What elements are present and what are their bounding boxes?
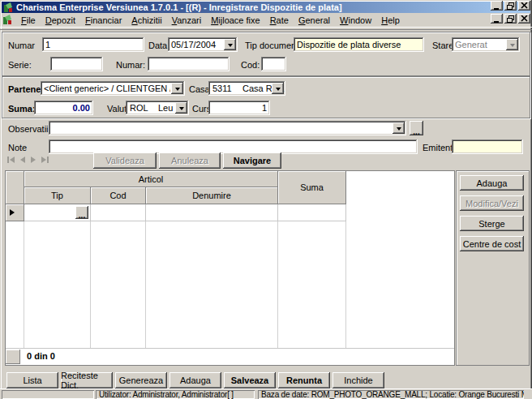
close-icon bbox=[521, 2, 528, 9]
mdi-window-controls bbox=[491, 14, 530, 24]
first-record-icon[interactable] bbox=[7, 157, 15, 163]
cod-label: Cod: bbox=[241, 60, 260, 70]
stare-dropdown-button bbox=[506, 39, 518, 50]
numar-input[interactable] bbox=[42, 37, 144, 52]
minimize-icon bbox=[493, 2, 500, 10]
serie-input[interactable] bbox=[50, 57, 103, 71]
previous-record-icon[interactable] bbox=[20, 157, 25, 163]
sterge-button[interactable]: Sterge bbox=[460, 216, 524, 231]
numar-doc-input[interactable] bbox=[148, 57, 230, 71]
numar-doc-label: Numar: bbox=[116, 60, 145, 70]
restore-icon bbox=[507, 15, 514, 23]
chevron-down-icon bbox=[228, 44, 233, 49]
observatii-more-button[interactable]: ... bbox=[410, 121, 423, 135]
cod-input[interactable] bbox=[261, 57, 286, 71]
grid-header-suma: Suma bbox=[278, 171, 346, 204]
anuleaza-button[interactable]: Anuleaza bbox=[159, 152, 221, 169]
grid-header-tip: Tip bbox=[24, 187, 91, 204]
partener-combo[interactable]: <Client generic> / CLIENTGEN / bbox=[41, 81, 185, 96]
stare-combo: Generat bbox=[452, 37, 520, 52]
grid-column-line bbox=[145, 221, 146, 349]
renunta-button[interactable]: Renunta bbox=[278, 372, 330, 388]
menu-rate[interactable]: Rate bbox=[265, 15, 294, 26]
serie-label: Serie: bbox=[8, 60, 32, 70]
grid-header-denumire: Denumire bbox=[146, 187, 278, 204]
navigare-button[interactable]: Navigare bbox=[223, 152, 281, 169]
genereaza-button[interactable]: Genereaza bbox=[115, 372, 167, 388]
menu-vanzari[interactable]: Vanzari bbox=[167, 15, 207, 26]
observatii-combo[interactable] bbox=[49, 121, 406, 135]
note-label: Note bbox=[8, 143, 27, 152]
menu-file[interactable]: File bbox=[16, 15, 41, 26]
menu-mijloace-fixe[interactable]: Mijloace fixe bbox=[206, 15, 265, 26]
minimize-button[interactable] bbox=[491, 1, 503, 11]
grid-cell-suma[interactable] bbox=[278, 204, 346, 221]
casa-code: 5311 bbox=[212, 84, 232, 93]
minimize-icon bbox=[493, 15, 500, 23]
menu-financiar[interactable]: Financiar bbox=[80, 15, 127, 26]
grid-header-cod: Cod bbox=[91, 187, 146, 204]
current-row-marker-icon bbox=[10, 209, 15, 216]
status-empty-panel bbox=[2, 390, 94, 399]
suma-input[interactable] bbox=[34, 101, 93, 115]
casa-combo[interactable]: 5311 Casa ROL bbox=[208, 81, 285, 96]
tip-lookup-button[interactable]: ... bbox=[75, 206, 88, 219]
mdi-restore-button[interactable] bbox=[504, 14, 517, 24]
menu-divider bbox=[0, 27, 532, 30]
tip-document-field[interactable] bbox=[294, 37, 424, 52]
valuta-code: ROL bbox=[130, 103, 148, 113]
menu-help[interactable]: Help bbox=[376, 15, 405, 26]
grid-actions-panel: Adauga Modifica/Vezi Sterge Centre de co… bbox=[456, 170, 530, 366]
centre-de-cost-button[interactable]: Centre de cost bbox=[460, 236, 524, 251]
menu-depozit[interactable]: Depozit bbox=[41, 15, 80, 26]
menu-achizitii[interactable]: Achizitii bbox=[127, 15, 166, 26]
grid-column-line bbox=[90, 221, 91, 349]
grid-cell-cod[interactable] bbox=[91, 204, 146, 221]
partener-value: <Client generic> / CLIENTGEN / bbox=[44, 84, 170, 93]
observatii-dropdown-button[interactable] bbox=[393, 122, 405, 134]
grid-cell-tip[interactable]: ... bbox=[24, 204, 91, 221]
status-user: Utilizator: Administrator, Administrator… bbox=[96, 390, 255, 399]
current-row-selector[interactable] bbox=[6, 204, 24, 221]
chevron-down-icon bbox=[179, 107, 184, 113]
next-record-icon[interactable] bbox=[31, 157, 36, 163]
record-count: 0 din 0 bbox=[27, 351, 55, 361]
record-navigator bbox=[7, 157, 49, 163]
valuta-combo[interactable]: ROL Leu bbox=[126, 101, 189, 115]
salveaza-button[interactable]: Salveaza bbox=[224, 372, 276, 388]
valuta-dropdown-button[interactable] bbox=[175, 102, 187, 114]
mdi-minimize-button[interactable] bbox=[491, 14, 503, 24]
adauga-rand-button[interactable]: Adauga bbox=[460, 175, 524, 191]
inchide-button[interactable]: Inchide bbox=[332, 372, 384, 388]
adauga-button[interactable]: Adauga bbox=[169, 372, 221, 388]
chevron-down-icon bbox=[175, 88, 180, 93]
restore-icon bbox=[507, 2, 514, 10]
mdi-close-button[interactable] bbox=[518, 14, 530, 24]
reciteste-dict-button[interactable]: Reciteste Dict. bbox=[61, 372, 113, 388]
grid-footer: 0 din 0 bbox=[6, 348, 454, 365]
grid-column-line bbox=[24, 221, 24, 349]
grid-footer-corner bbox=[6, 350, 20, 364]
modifica-vezi-button[interactable]: Modifica/Vezi bbox=[460, 195, 524, 211]
partener-dropdown-button[interactable] bbox=[171, 83, 183, 94]
menu-window[interactable]: Window bbox=[335, 15, 376, 26]
stare-value: Generat bbox=[455, 40, 505, 49]
data-dropdown-button[interactable] bbox=[224, 39, 236, 50]
restore-button[interactable] bbox=[504, 1, 517, 11]
data-label: Data bbox=[148, 41, 167, 50]
title-bar[interactable]: Charisma Enterprise Versiunea 1.7.0.1 - … bbox=[2, 2, 530, 13]
casa-dropdown-button[interactable] bbox=[272, 83, 284, 94]
data-combo[interactable]: 05/17/2004 bbox=[168, 37, 238, 52]
valideaza-button[interactable]: Valideaza bbox=[93, 152, 157, 169]
status-bar: Utilizator: Administrator, Administrator… bbox=[0, 388, 532, 399]
close-button[interactable] bbox=[518, 1, 530, 11]
grid-cell-denumire[interactable] bbox=[146, 204, 278, 221]
tip-document-label: Tip document bbox=[245, 41, 298, 50]
grid-corner-header bbox=[6, 171, 24, 204]
close-icon bbox=[521, 15, 528, 22]
last-record-icon[interactable] bbox=[41, 157, 49, 163]
menu-general[interactable]: General bbox=[294, 15, 335, 26]
emitent-field[interactable] bbox=[452, 139, 523, 154]
curs-input[interactable] bbox=[208, 101, 270, 115]
lista-button[interactable]: Lista bbox=[6, 372, 58, 388]
